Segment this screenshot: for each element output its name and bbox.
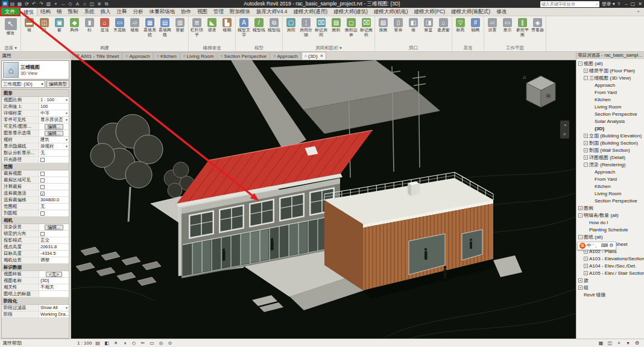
dropdown-arrow-icon[interactable]: ▾ bbox=[66, 97, 68, 103]
view-tab[interactable]: ⌂Section Perspective bbox=[217, 52, 270, 60]
browser-item[interactable]: −渲染 (Rendering) bbox=[576, 161, 644, 168]
browser-item[interactable]: +详图视图 (Detail) bbox=[576, 154, 644, 161]
browser-item[interactable]: Living Room bbox=[576, 190, 644, 197]
property-value[interactable]: 按规程▾ bbox=[39, 143, 69, 149]
edit-type-button[interactable]: 编辑类型 bbox=[46, 80, 69, 88]
dropdown-arrow-icon[interactable]: ▾ bbox=[66, 305, 68, 311]
print-icon[interactable]: ▥ bbox=[45, 1, 52, 7]
tree-expander-icon[interactable]: + bbox=[584, 148, 588, 152]
property-value[interactable]: 20631.8 bbox=[39, 244, 69, 250]
tree-expander-icon[interactable]: + bbox=[584, 264, 588, 268]
view-tab[interactable]: ▤A001 - Title Sheet bbox=[72, 52, 122, 60]
property-value[interactable]: 无 bbox=[39, 204, 69, 210]
zoom-icon[interactable]: ⌕ bbox=[563, 131, 566, 137]
undo-icon[interactable]: ↶ bbox=[31, 1, 37, 7]
help-search-box[interactable]: ⌕ bbox=[540, 1, 599, 7]
tree-expander-icon[interactable]: − bbox=[578, 213, 582, 217]
settings-icon[interactable]: ⚙ bbox=[634, 340, 640, 346]
ribbon-button[interactable]: ▙楼梯 bbox=[219, 17, 235, 33]
ribbon-button[interactable]: ▱设置 bbox=[485, 17, 500, 33]
edit-button[interactable]: 编辑... bbox=[45, 225, 63, 230]
property-value[interactable] bbox=[39, 210, 69, 216]
property-value[interactable]: Show All▾ bbox=[39, 305, 69, 311]
ribbon-button[interactable]: ▢房间 bbox=[283, 17, 298, 33]
ribbon-tab[interactable]: 分析 bbox=[130, 7, 147, 16]
selection-filter-icon[interactable]: ⌖ bbox=[616, 340, 622, 346]
sogou-item-icon[interactable]: ’ bbox=[593, 242, 594, 249]
browser-item[interactable]: Revit 链接 bbox=[576, 291, 644, 298]
ribbon-button[interactable]: ⌧标记房间 bbox=[314, 17, 329, 37]
ribbon-button[interactable]: ◈查看器 bbox=[530, 17, 545, 33]
ribbon-button[interactable]: ◻面积边界 bbox=[344, 17, 359, 37]
design-options-icon[interactable]: ◫ bbox=[607, 340, 613, 346]
measure-icon[interactable]: ⌖ bbox=[52, 1, 59, 7]
ribbon-tab[interactable]: 视图 bbox=[194, 7, 210, 16]
tree-expander-icon[interactable]: − bbox=[584, 163, 588, 167]
dropdown-arrow-icon[interactable]: ▾ bbox=[66, 110, 68, 116]
checkbox[interactable] bbox=[40, 232, 45, 236]
detail-level-icon[interactable]: ▤ bbox=[94, 340, 101, 346]
browser-item[interactable]: +组 bbox=[576, 284, 644, 291]
ribbon-collapse-icon[interactable]: ⌃ bbox=[633, 10, 644, 16]
property-value[interactable] bbox=[39, 184, 69, 190]
browser-item[interactable]: Section Perspective bbox=[576, 197, 644, 204]
browser-item[interactable]: +剖面 (Building Section) bbox=[576, 139, 644, 146]
properties-help-link[interactable]: 属性帮助 bbox=[0, 340, 71, 346]
ribbon-button[interactable]: ▥竖梃 bbox=[172, 17, 188, 33]
browser-item[interactable]: −明细表/数量 (all) bbox=[576, 211, 644, 219]
property-value[interactable]: {3D} bbox=[39, 278, 69, 284]
ribbon-tab[interactable]: 钢 bbox=[54, 7, 65, 16]
rendering-dialog-icon[interactable]: ◇ bbox=[130, 340, 137, 346]
view-tab[interactable]: ⌂Approach bbox=[122, 52, 153, 60]
sync-icon[interactable]: ⟳ bbox=[24, 1, 30, 7]
property-value[interactable]: 编辑... bbox=[39, 224, 69, 230]
filter-dropdown-icon[interactable]: ▾ bbox=[625, 340, 631, 346]
property-value[interactable]: 中等▾ bbox=[39, 110, 69, 116]
dropdown-arrow-icon[interactable]: ▾ bbox=[66, 143, 68, 149]
browser-item[interactable]: −三维视图 (3D View) bbox=[576, 74, 644, 81]
checkbox[interactable] bbox=[40, 178, 45, 183]
browser-item[interactable]: +图例 bbox=[576, 204, 644, 211]
property-section-header[interactable]: 范围 bbox=[2, 163, 69, 170]
ribbon-button[interactable]: ▯竖井 bbox=[391, 17, 406, 33]
browser-item[interactable]: Section Perspective bbox=[576, 110, 644, 117]
tree-expander-icon[interactable]: − bbox=[578, 61, 582, 66]
property-value[interactable] bbox=[39, 157, 69, 163]
ribbon-button[interactable]: ↖修改 bbox=[1, 17, 20, 36]
tree-expander-icon[interactable]: + bbox=[578, 206, 582, 210]
temporary-hide-isolate-icon[interactable]: ◎ bbox=[157, 340, 164, 346]
property-value[interactable]: 编辑... bbox=[39, 130, 69, 136]
ribbon-button[interactable]: /模型线 bbox=[251, 17, 267, 33]
ribbon-button[interactable]: ◣坡道 bbox=[204, 17, 219, 33]
aligned-dimension-icon[interactable]: ↔ bbox=[60, 1, 66, 7]
ribbon-button[interactable]: ⌧标记面积 bbox=[359, 17, 374, 37]
default-3d-view-icon[interactable]: ⌂ bbox=[81, 1, 88, 7]
visual-style-icon[interactable]: ◧ bbox=[103, 340, 110, 346]
browser-item[interactable]: From Yard bbox=[576, 89, 644, 96]
sun-path-icon[interactable]: ☀ bbox=[112, 340, 119, 346]
property-value[interactable] bbox=[39, 177, 69, 183]
view-tab[interactable]: ⌂Kitchen bbox=[154, 52, 180, 60]
browser-item[interactable]: Kitchen bbox=[576, 183, 644, 190]
ribbon-button[interactable]: ⌂屋顶 bbox=[97, 17, 112, 33]
edit-button[interactable]: 编辑... bbox=[45, 124, 63, 130]
ribbon-button[interactable]: ▮柱 bbox=[82, 17, 97, 33]
help-icon[interactable]: ? bbox=[617, 1, 620, 7]
view-tab[interactable]: ⌂Living Room bbox=[180, 52, 217, 60]
sogou-logo-icon[interactable]: S bbox=[579, 243, 586, 249]
crop-view-icon[interactable]: ✂ bbox=[139, 340, 146, 346]
close-icon[interactable]: ✕ bbox=[638, 1, 642, 7]
ribbon-tab[interactable]: 建模大师(建筑) bbox=[330, 7, 371, 16]
tag-by-category-icon[interactable]: ◇ bbox=[67, 1, 74, 7]
checkbox[interactable] bbox=[40, 185, 45, 189]
browser-item[interactable]: Solar Analysis bbox=[576, 117, 644, 125]
ribbon-tab[interactable]: 系统 bbox=[81, 7, 98, 16]
search-input[interactable] bbox=[541, 1, 596, 7]
navigation-wheel-icon[interactable]: ◔ bbox=[563, 122, 566, 128]
ribbon-tab[interactable]: 体量和场地 bbox=[147, 7, 178, 16]
browser-item[interactable]: Planting Schedule bbox=[576, 226, 644, 233]
drawing-area[interactable]: ⌂ 南 ◔⌕ bbox=[71, 60, 576, 339]
property-value[interactable] bbox=[39, 291, 69, 297]
tree-expander-icon[interactable]: + bbox=[578, 286, 582, 290]
ribbon-tab[interactable]: 注释 bbox=[114, 7, 130, 16]
